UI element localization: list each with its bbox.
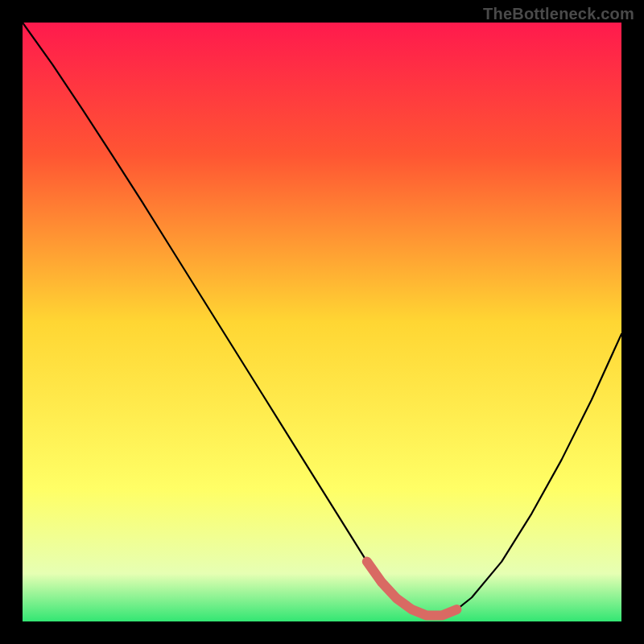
watermark-label: TheBottleneck.com [483, 5, 634, 23]
plot-area [23, 23, 621, 621]
page-root: TheBottleneck.com [0, 0, 644, 644]
gradient-background [23, 23, 621, 621]
bottleneck-chart [23, 23, 621, 621]
